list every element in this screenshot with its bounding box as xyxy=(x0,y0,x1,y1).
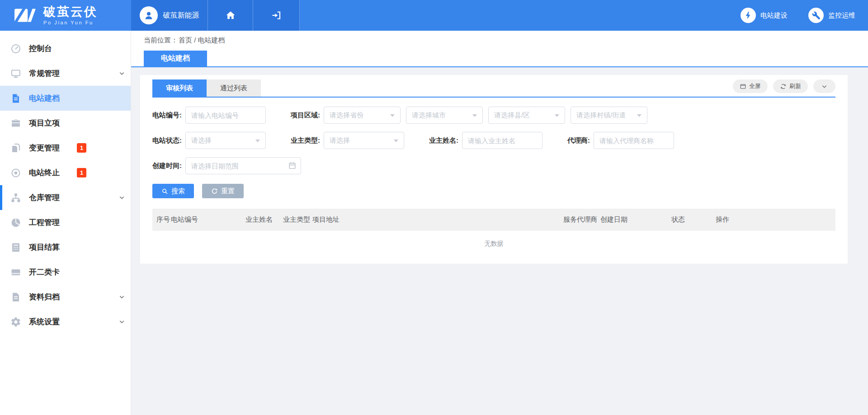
tab-review-list[interactable]: 审核列表 xyxy=(152,79,207,97)
chevron-down-icon xyxy=(118,194,125,201)
region-selects: 请选择省份 请选择城市 请选择县/区 请选择村镇/街 xyxy=(324,107,647,124)
col-service-agent: 服务代理商 xyxy=(563,209,600,231)
owner-type-select[interactable]: 请选择 xyxy=(324,132,404,149)
station-no-input[interactable] xyxy=(185,107,266,124)
lightning-icon xyxy=(741,8,756,23)
tab-passed-list[interactable]: 通过列表 xyxy=(207,79,261,97)
station-build-label: 电站建设 xyxy=(760,11,788,20)
topbar-actions: 电站建设 监控运维 xyxy=(741,0,868,31)
col-owner-name: 业主姓名 xyxy=(245,209,283,231)
sidebar-item-engineering-mgmt[interactable]: 工程管理 xyxy=(0,210,131,235)
sitemap-icon xyxy=(10,192,22,204)
reset-button[interactable]: 重置 xyxy=(202,184,244,198)
topbar: 破茧云伏 Po Jian Yun Fu 破茧新能源 xyxy=(0,0,868,31)
collapse-button[interactable] xyxy=(813,79,835,93)
document-icon xyxy=(10,93,22,104)
page-tab-bar: 电站建档 xyxy=(131,50,868,67)
col-station-no: 电站编号 xyxy=(171,209,245,231)
home-button[interactable] xyxy=(208,0,253,31)
select-arrow-icon xyxy=(394,140,398,142)
agent-label: 代理商: xyxy=(567,136,590,145)
panel-tools: 全屏 刷新 xyxy=(733,79,835,93)
reset-icon xyxy=(211,188,218,195)
province-select[interactable]: 请选择省份 xyxy=(324,107,401,124)
breadcrumb-path[interactable]: 首页 / 电站建档 xyxy=(179,36,225,45)
county-select[interactable]: 请选择县/区 xyxy=(488,107,565,124)
refresh-icon xyxy=(780,83,787,90)
sidebar-item-system-settings[interactable]: 系统设置 xyxy=(0,309,131,334)
station-status-select[interactable]: 请选择 xyxy=(185,132,266,149)
sidebar-item-open-type2-card[interactable]: 开二类卡 xyxy=(0,260,131,284)
empty-state: 无数据 xyxy=(152,231,835,257)
select-arrow-icon xyxy=(255,140,260,142)
sidebar: 控制台 常规管理 xyxy=(0,31,131,415)
briefcase-icon xyxy=(10,117,22,129)
region-label: 项目区域: xyxy=(291,111,320,120)
col-actions: 操作 xyxy=(716,209,835,231)
logout-icon xyxy=(271,10,282,21)
sidebar-item-project-settlement[interactable]: 项目结算 xyxy=(0,235,131,260)
agent-input[interactable] xyxy=(594,132,674,149)
chevron-down-icon xyxy=(118,70,125,77)
sidebar-item-warehouse-mgmt[interactable]: 仓库管理 xyxy=(0,185,131,210)
town-select[interactable]: 请选择村镇/街道 xyxy=(571,107,647,124)
create-time-label: 创建时间: xyxy=(152,162,182,170)
copy-icon xyxy=(10,142,22,154)
col-owner-type: 业主类型 xyxy=(283,209,312,231)
owner-type-label: 业主类型: xyxy=(291,136,320,145)
station-no-label: 电站编号: xyxy=(152,111,182,120)
sidebar-item-project-initiation[interactable]: 项目立项 xyxy=(0,111,131,135)
user-avatar-icon xyxy=(140,6,158,24)
city-select[interactable]: 请选择城市 xyxy=(406,107,483,124)
change-mgmt-badge: 1 xyxy=(77,143,86,153)
wrench-icon xyxy=(808,8,824,23)
list-tabs: 审核列表 通过列表 xyxy=(152,79,261,97)
panel-header: 审核列表 通过列表 全屏 xyxy=(152,75,835,98)
col-create-date: 创建日期 xyxy=(600,209,671,231)
station-status-label: 电站状态: xyxy=(152,136,182,145)
filter-actions: 搜索 重置 xyxy=(152,184,835,198)
date-range-input[interactable] xyxy=(185,157,301,174)
sidebar-item-change-mgmt[interactable]: 变更管理 1 xyxy=(0,135,131,160)
chevron-down-icon xyxy=(118,318,125,325)
chevron-down-icon xyxy=(821,83,828,90)
card-icon xyxy=(10,266,22,278)
col-status: 状态 xyxy=(671,209,716,231)
filter-form: 电站编号: 项目区域: 请选择省份 请选择城市 xyxy=(152,98,835,174)
content-area: 审核列表 通过列表 全屏 xyxy=(131,67,868,415)
owner-name-label: 业主姓名: xyxy=(429,136,458,145)
owner-name-input[interactable] xyxy=(462,132,542,149)
pie-chart-icon xyxy=(10,217,22,228)
sidebar-item-station-filing[interactable]: 电站建档 xyxy=(0,86,131,111)
monitor-ops-nav[interactable]: 监控运维 xyxy=(808,8,855,23)
home-icon xyxy=(225,10,236,21)
breadcrumb-label: 当前位置： xyxy=(144,36,178,45)
sidebar-item-dashboard[interactable]: 控制台 xyxy=(0,36,131,61)
search-icon xyxy=(161,188,168,195)
breadcrumb: 当前位置： 首页 / 电站建档 xyxy=(131,31,868,50)
record-icon xyxy=(10,167,22,179)
page-tab-station-filing[interactable]: 电站建档 xyxy=(144,51,207,66)
select-arrow-icon xyxy=(555,114,559,117)
app-window: 破茧云伏 Po Jian Yun Fu 破茧新能源 xyxy=(0,0,868,415)
sidebar-item-general-mgmt[interactable]: 常规管理 xyxy=(0,61,131,86)
search-button[interactable]: 搜索 xyxy=(152,184,194,198)
fullscreen-button[interactable]: 全屏 xyxy=(733,79,768,93)
sidebar-item-station-termination[interactable]: 电站终止 1 xyxy=(0,160,131,185)
calculator-icon xyxy=(10,242,22,253)
select-arrow-icon xyxy=(637,114,642,117)
monitor-icon xyxy=(10,68,22,79)
brand-name: 破茧云伏 xyxy=(43,5,98,19)
station-build-nav[interactable]: 电站建设 xyxy=(741,8,788,23)
station-filing-panel: 审核列表 通过列表 全屏 xyxy=(140,75,848,264)
sidebar-item-data-archive[interactable]: 资料归档 xyxy=(0,284,131,309)
monitor-ops-label: 监控运维 xyxy=(828,11,855,20)
refresh-button[interactable]: 刷新 xyxy=(773,79,808,93)
user-menu[interactable]: 破茧新能源 xyxy=(131,0,208,31)
archive-icon xyxy=(10,291,22,303)
logout-button[interactable] xyxy=(253,0,300,31)
col-seq: 序号 xyxy=(152,209,171,231)
gear-icon xyxy=(10,316,22,328)
brand-logo: 破茧云伏 Po Jian Yun Fu xyxy=(0,0,131,31)
topbar-spacer xyxy=(300,0,741,31)
